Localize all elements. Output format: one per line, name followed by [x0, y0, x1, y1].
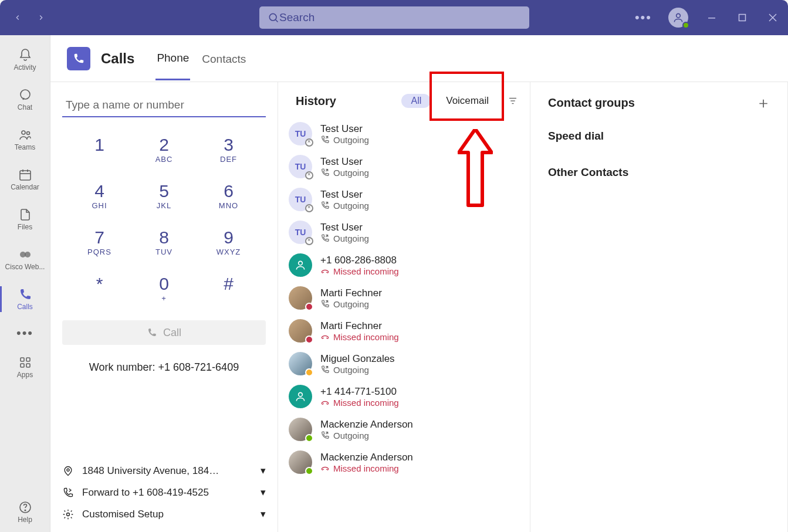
forward-text: Forward to +1 608-419-4525: [82, 487, 209, 499]
filter-icon[interactable]: [508, 96, 518, 106]
dialpad-key-*[interactable]: *: [70, 274, 129, 303]
history-item-name: Test User: [320, 123, 369, 135]
dialpad-key-4[interactable]: 4GHI: [70, 181, 129, 210]
history-filter-all[interactable]: All: [401, 94, 431, 108]
rail-teams[interactable]: Teams: [0, 120, 50, 160]
history-item-status: Outgoing: [320, 135, 369, 145]
dialpad-key-1[interactable]: 1: [70, 135, 129, 164]
outgoing-call-icon: [320, 201, 330, 210]
forward-button[interactable]: [32, 8, 50, 27]
avatar: TU: [289, 188, 312, 211]
rail-calls-label: Calls: [17, 303, 33, 311]
location-row[interactable]: 1848 University Avenue, 1848 ... ▾: [62, 465, 266, 477]
rail-files[interactable]: Files: [0, 199, 50, 239]
history-item-name: Marti Fechner: [320, 287, 382, 299]
history-item-status: Outgoing: [320, 201, 369, 211]
dialpad-key-7[interactable]: 7PQRS: [70, 228, 129, 256]
svg-rect-17: [26, 358, 30, 361]
avatar: [289, 385, 312, 408]
history-item-name: +1 608-286-8808: [320, 255, 399, 266]
search-bar[interactable]: [259, 6, 529, 29]
outgoing-call-icon: [320, 168, 330, 177]
history-item[interactable]: TUTest UserOutgoing: [278, 183, 530, 216]
history-item[interactable]: Mackenzie AndersonOutgoing: [278, 413, 530, 446]
rail-calls[interactable]: Calls: [0, 279, 50, 319]
rail-help[interactable]: Help: [0, 492, 50, 532]
rail-more[interactable]: •••: [0, 319, 50, 347]
svg-point-22: [67, 469, 69, 471]
rail-apps[interactable]: Apps: [0, 347, 50, 387]
history-item[interactable]: Marti FechnerOutgoing: [278, 282, 530, 314]
rail-chat-label: Chat: [18, 103, 32, 111]
history-item[interactable]: Mackenzie AndersonMissed incoming: [278, 446, 530, 479]
search-icon: [268, 12, 279, 23]
dialpad: 1 2ABC3DEF4GHI5JKL6MNO7PQRS8TUV9WXYZ* 0+…: [70, 135, 258, 303]
history-item-status: Outgoing: [320, 431, 413, 440]
chevron-down-icon: ▾: [261, 486, 266, 499]
history-item[interactable]: +1 414-771-5100Missed incoming: [278, 380, 530, 413]
svg-rect-10: [20, 171, 31, 180]
custom-setup-row[interactable]: Customised Setup ▾: [62, 508, 266, 520]
history-tab-voicemail[interactable]: Voicemail: [438, 93, 497, 109]
maximize-button[interactable]: [735, 11, 749, 25]
profile-avatar[interactable]: [668, 8, 688, 28]
back-button[interactable]: [8, 8, 27, 27]
svg-point-8: [22, 131, 25, 134]
svg-point-9: [26, 132, 29, 135]
rail-webex[interactable]: Cisco Web...: [0, 239, 50, 279]
call-button[interactable]: Call: [62, 320, 266, 345]
history-item[interactable]: Marti FechnerMissed incoming: [278, 314, 530, 347]
dialpad-key-0[interactable]: 0+: [135, 274, 194, 303]
history-pane: History All Voicemail TUTest UserOutgoin…: [278, 82, 530, 532]
chevron-down-icon: ▾: [261, 508, 266, 520]
tab-contacts[interactable]: Contacts: [201, 38, 247, 80]
more-icon[interactable]: •••: [635, 10, 652, 25]
history-item-name: Mackenzie Anderson: [320, 419, 413, 431]
presence-badge: [305, 204, 313, 212]
add-group-button[interactable]: ＋: [756, 93, 771, 113]
dialpad-key-5[interactable]: 5JKL: [135, 181, 194, 210]
dialpad-key-2[interactable]: 2ABC: [135, 135, 194, 164]
gear-icon: [62, 509, 74, 520]
tab-phone[interactable]: Phone: [155, 36, 190, 80]
missed-call-icon: [320, 398, 330, 407]
outgoing-call-icon: [320, 233, 330, 243]
group-other-contacts[interactable]: Other Contacts: [548, 166, 770, 179]
avatar: [289, 253, 312, 277]
rail-chat[interactable]: Chat: [0, 80, 50, 120]
search-input[interactable]: [279, 11, 521, 24]
history-item[interactable]: +1 608-286-8808Missed incoming: [278, 249, 530, 282]
dialpad-key-#[interactable]: #: [199, 274, 258, 303]
missed-call-icon: [320, 463, 330, 473]
missed-call-icon: [320, 266, 330, 276]
history-item[interactable]: Miguel GonzalesOutgoing: [278, 347, 530, 380]
dialpad-key-9[interactable]: 9WXYZ: [199, 228, 258, 256]
history-item[interactable]: TUTest UserOutgoing: [278, 216, 530, 249]
svg-rect-16: [21, 358, 24, 361]
rail-calendar[interactable]: Calendar: [0, 160, 50, 199]
chat-icon: [18, 88, 32, 102]
history-item-status: Outgoing: [320, 233, 369, 243]
dial-input[interactable]: [62, 94, 266, 117]
avatar: [289, 319, 312, 343]
group-speed-dial[interactable]: Speed dial: [548, 130, 770, 143]
dialpad-key-3[interactable]: 3DEF: [199, 135, 258, 164]
history-item-name: Test User: [320, 156, 369, 168]
svg-point-15: [25, 252, 31, 257]
history-item[interactable]: TUTest UserOutgoing: [278, 150, 530, 183]
call-button-label: Call: [163, 327, 181, 339]
presence-badge: [305, 138, 313, 147]
close-button[interactable]: [766, 11, 780, 25]
dialpad-key-6[interactable]: 6MNO: [199, 181, 258, 210]
rail-activity[interactable]: Activity: [0, 40, 50, 80]
history-item-status: Missed incoming: [320, 398, 399, 408]
dialpad-key-8[interactable]: 8TUV: [135, 228, 194, 256]
history-item[interactable]: TUTest UserOutgoing: [278, 117, 530, 150]
minimize-button[interactable]: [705, 11, 719, 25]
contact-groups-title: Contact groups: [548, 96, 756, 110]
presence-badge: [305, 171, 313, 179]
forward-row[interactable]: Forward to +1 608-419-4525 ▾: [62, 486, 266, 499]
svg-rect-19: [26, 364, 30, 367]
phone-icon: [18, 287, 32, 301]
history-item-name: +1 414-771-5100: [320, 386, 399, 398]
